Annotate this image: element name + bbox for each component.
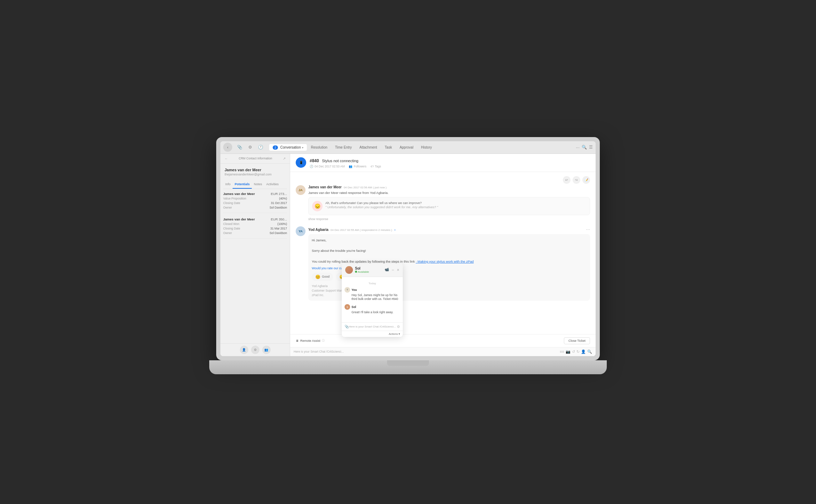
- ticket-followers[interactable]: 👥 Followers: [349, 165, 366, 168]
- tab-task[interactable]: Task: [381, 144, 395, 151]
- tab-conversation[interactable]: 2 Conversation ▾: [269, 144, 307, 151]
- clock-icon[interactable]: 🕐: [256, 143, 265, 152]
- potential-closing-row: Closing Date 31 Oct 2017: [223, 201, 287, 205]
- menu-icon[interactable]: ☰: [589, 145, 593, 150]
- conversation-badge: 2: [273, 145, 278, 150]
- tab-approval[interactable]: Approval: [396, 144, 417, 151]
- sidebar-back-icon[interactable]: ←: [225, 157, 228, 160]
- yod-name: Yod Agbaria: [308, 228, 328, 232]
- sidebar-group-icon[interactable]: 👥: [262, 346, 271, 354]
- yod-dots-menu[interactable]: ···: [586, 226, 590, 232]
- tab-time-entry[interactable]: Time Entry: [332, 144, 355, 151]
- contact-name: James van der Meer: [225, 168, 286, 172]
- chat-settings-icon[interactable]: ⚙: [397, 325, 400, 329]
- sidebar-settings-icon[interactable]: ⚙: [251, 346, 259, 354]
- yod-more-link[interactable]: +: [394, 228, 396, 232]
- ticket-title-area: #840 Stylus not connecting 🕐 04 Dec 2017…: [310, 157, 590, 168]
- james-name: James van der Meer: [308, 185, 342, 189]
- chat-agent-avatar: [345, 266, 353, 274]
- chat-msg-header-you: Y You: [345, 287, 400, 293]
- paperclip-icon[interactable]: 📎: [235, 143, 244, 152]
- back-button[interactable]: ‹: [223, 143, 232, 152]
- mention-icon[interactable]: 👤: [581, 349, 586, 354]
- sidebar-tab-notes[interactable]: Notes: [252, 180, 264, 189]
- sidebar-tab-potentials[interactable]: Potentials: [233, 180, 252, 189]
- search-icon[interactable]: 🔍: [582, 145, 587, 150]
- chat-video-icon[interactable]: 📹: [385, 268, 389, 272]
- image-icon[interactable]: 📷: [566, 349, 571, 354]
- chat-message-you: Y You Hey Sol, James might be up for his…: [345, 287, 400, 302]
- ticket-header: 📱 #840 Stylus not connecting 🕐 04 Dec 20…: [290, 154, 596, 172]
- chat-attachment-icon[interactable]: 📎: [345, 325, 349, 329]
- potential-name: James van der Meer EUR 273...: [223, 192, 287, 196]
- sidebar-tab-activities[interactable]: Activities: [264, 180, 281, 189]
- more-options-icon[interactable]: ···: [576, 145, 580, 150]
- ticket-meta: 🕐 04 Dec 2017 02:53 AM 👥 Followers 🏷 Ta: [310, 165, 590, 168]
- chat-agent-status: Available: [355, 270, 369, 273]
- composer-search-icon[interactable]: 🔍: [587, 349, 592, 354]
- status-dot: [355, 271, 357, 273]
- messages-container: ↩ ↪ 📝 JA James van der Meer 04 Dec 2017 …: [290, 172, 596, 334]
- yod-time: 04 Dec 2017 02:55 AM ( responded in 2 mi…: [331, 228, 392, 232]
- left-sidebar: ← CRM Contact Information ↗ James van de…: [220, 154, 290, 356]
- sidebar-tab-info[interactable]: Info: [223, 180, 233, 189]
- potential-row: Value Proposition (40%): [223, 197, 287, 200]
- main-layout: ← CRM Contact Information ↗ James van de…: [220, 154, 596, 356]
- settings-icon[interactable]: ⚙: [245, 143, 255, 152]
- tab-history[interactable]: History: [417, 144, 435, 151]
- composer-placeholder[interactable]: Here is your Smart Chat /CritScienci...: [294, 350, 558, 353]
- good-emoji: 😊: [315, 274, 320, 280]
- chat-input[interactable]: Here is your Smart Chat /CritScienci...: [349, 325, 397, 328]
- chat-close-icon[interactable]: ×: [397, 268, 399, 272]
- chat-actions-button[interactable]: Actions ▾: [389, 332, 400, 336]
- ticket-tags[interactable]: 🏷 Tags: [371, 165, 381, 168]
- james-avatar: JA: [296, 185, 305, 195]
- tab-attachment[interactable]: Attachment: [356, 144, 381, 151]
- stylus-link[interactable]: · Making your stylus work with the zPad: [416, 259, 474, 263]
- composer-icons: ≡≡ 📷 ↺ ↻ 👤 🔍: [560, 349, 592, 354]
- rating-content: Ah, that's unfortunate! Can you please t…: [325, 201, 438, 211]
- reply-icon[interactable]: ↩: [563, 176, 571, 184]
- chat-actions-chevron: ▾: [399, 332, 400, 336]
- laptop-notch: [387, 360, 429, 366]
- show-response-link[interactable]: show response: [308, 217, 590, 221]
- format-icon[interactable]: ≡≡: [560, 349, 564, 354]
- forward-icon[interactable]: ↪: [573, 176, 580, 184]
- rating-sub: " Unfortunately, the solution you sugges…: [325, 205, 438, 210]
- nav-right-controls: ··· 🔍 ☰: [576, 145, 593, 150]
- redo-icon[interactable]: ↻: [576, 349, 580, 354]
- sidebar-title: CRM Contact Information: [228, 157, 283, 160]
- close-ticket-button[interactable]: Close Ticket: [564, 337, 590, 344]
- chat-msg-header-sol: S Sol: [345, 304, 400, 310]
- top-navigation: ‹ 📎 ⚙ 🕐 2 Conversation ▾ Resolution Time: [220, 141, 596, 154]
- note-icon[interactable]: 📝: [582, 176, 590, 184]
- james-msg-header: James van der Meer 04 Dec 2017 02:56 AM …: [308, 185, 590, 189]
- chat-agent-details: Sol Available: [355, 266, 369, 273]
- james-message-content: James van der Meer 04 Dec 2017 02:56 AM …: [308, 185, 590, 221]
- remote-assist-icon: 🖥: [296, 339, 299, 343]
- undo-icon[interactable]: ↺: [572, 349, 575, 354]
- nav-tabs: 2 Conversation ▾ Resolution Time Entry A…: [269, 144, 576, 151]
- chat-agent-info: Sol Available: [345, 266, 369, 274]
- back-icon: ‹: [227, 145, 228, 149]
- contact-email: thejamesvanderMeer@gmail.com: [225, 173, 286, 176]
- message-actions: ↩ ↪ 📝: [296, 176, 590, 184]
- remote-assist-btn[interactable]: 🖥 Remote Assist ⓘ: [296, 339, 325, 343]
- ticket-title: Stylus not connecting: [322, 159, 358, 163]
- chat-you-avatar: Y: [345, 287, 350, 293]
- sidebar-person-icon[interactable]: 👤: [240, 346, 248, 354]
- laptop-base: [209, 360, 607, 374]
- chat-message-sol: S Sol Great! I'll take a look right away…: [345, 304, 400, 315]
- sidebar-header: ← CRM Contact Information ↗: [220, 154, 290, 164]
- message-block-james: JA James van der Meer 04 Dec 2017 02:56 …: [296, 185, 590, 221]
- potential-status-row: Closed Won (100%): [223, 222, 287, 226]
- sidebar-expand-icon[interactable]: ↗: [283, 157, 286, 160]
- tab-resolution[interactable]: Resolution: [308, 144, 331, 151]
- chat-popup-controls: 📹 − ×: [385, 268, 399, 272]
- potential-closing-row-2: Closing Date 31 Mar 2017: [223, 227, 287, 230]
- chat-minimize-icon[interactable]: −: [392, 268, 394, 272]
- good-rating-btn[interactable]: 😊 Good: [312, 273, 333, 281]
- ticket-number-title: #840 Stylus not connecting: [310, 157, 590, 164]
- chat-popup-footer: 📎 Here is your Smart Chat /CritScienci..…: [342, 322, 403, 331]
- potential-item: James van der Meer EUR 350... Closed Won…: [223, 217, 287, 239]
